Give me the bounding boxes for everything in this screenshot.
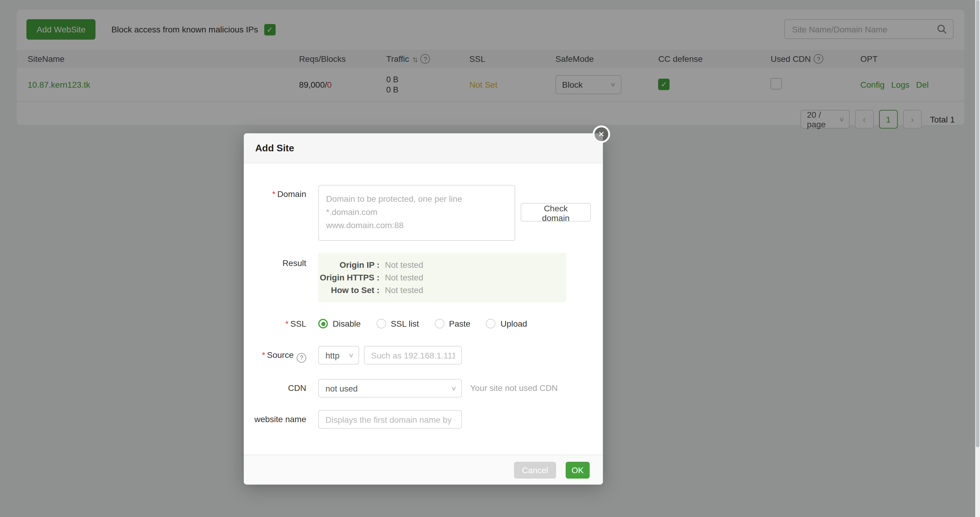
radio-icon — [486, 319, 496, 328]
source-label: *Source? — [244, 346, 306, 364]
domain-row: *Domain Domain to be protected, one per … — [244, 185, 591, 241]
modal-title: Add Site — [255, 143, 294, 153]
source-address-input[interactable] — [364, 346, 462, 364]
radio-icon — [434, 319, 444, 328]
scrollbar-thumb[interactable] — [976, 0, 979, 447]
check-domain-button[interactable]: Check domain — [520, 203, 591, 221]
source-protocol-select[interactable]: http ∨ — [318, 346, 359, 364]
domain-label: *Domain — [244, 185, 306, 241]
modal-body: *Domain Domain to be protected, one per … — [244, 163, 603, 460]
ssl-radio-upload[interactable]: Upload — [486, 319, 527, 328]
website-name-input[interactable] — [318, 410, 462, 429]
ssl-label: *SSL — [244, 318, 306, 328]
chevron-down-icon: ∨ — [348, 352, 354, 358]
modal-header: Add Site — [244, 133, 603, 163]
source-help-icon[interactable]: ? — [297, 353, 306, 363]
app-viewport: Add WebSite Block access from known mali… — [0, 0, 980, 517]
required-asterisk: * — [285, 319, 288, 328]
result-row: Result Origin IP :Not tested Origin HTTP… — [244, 253, 591, 302]
result-label: Result — [244, 253, 306, 302]
radio-selected-icon — [318, 319, 328, 328]
ssl-radio-ssl-list[interactable]: SSL list — [376, 319, 419, 328]
cdn-label: CDN — [244, 379, 306, 398]
cdn-select[interactable]: not used ∨ — [318, 379, 462, 398]
ok-button[interactable]: OK — [566, 461, 590, 478]
page-scrollbar[interactable] — [975, 0, 980, 517]
modal-footer: Cancel OK — [244, 455, 603, 485]
domain-textarea[interactable]: Domain to be protected, one per line *.d… — [318, 185, 515, 241]
chevron-down-icon: ∨ — [451, 385, 457, 391]
add-site-modal: ✕ Add Site *Domain Domain to be protecte… — [244, 133, 603, 485]
cancel-button[interactable]: Cancel — [514, 461, 556, 478]
required-asterisk: * — [262, 350, 265, 360]
cdn-hint: Your site not used CDN — [470, 379, 558, 393]
required-asterisk: * — [272, 189, 275, 199]
close-icon[interactable]: ✕ — [593, 126, 610, 143]
ssl-row: *SSL Disable SSL list Paste Upload — [244, 318, 591, 328]
cdn-row: CDN not used ∨ Your site not used CDN — [244, 379, 591, 398]
ssl-radio-paste[interactable]: Paste — [434, 319, 471, 328]
website-name-row: website name — [244, 410, 591, 429]
ssl-radio-disable[interactable]: Disable — [318, 319, 361, 328]
website-name-label: website name — [244, 410, 306, 429]
result-box: Origin IP :Not tested Origin HTTPS :Not … — [318, 253, 566, 302]
source-row: *Source? http ∨ — [244, 346, 591, 364]
radio-icon — [376, 319, 386, 328]
